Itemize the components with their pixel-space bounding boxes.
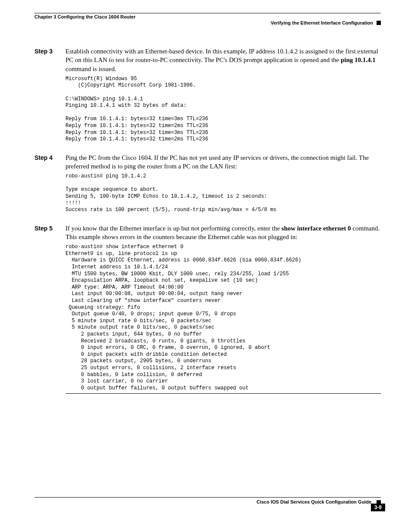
step-body: Ping the PC from the Cisco 1604. If the …	[65, 153, 381, 221]
code-bold: load 1/255	[258, 271, 289, 277]
code-text: MTU 1500 bytes, BW 10000 Kbit, DLY 1000 …	[65, 271, 258, 277]
code-text: , 0 no carrier	[125, 378, 168, 384]
code-bold: ping 10.1.4.2	[106, 173, 146, 179]
code-text: robo-austin#	[65, 173, 106, 179]
step-label: Step 4	[34, 154, 65, 161]
code-line: 5 minute output rate 0 bits/sec, 0 packe…	[65, 324, 215, 330]
code-line: ARP type: ARPA, ARP Timeout 04:00:00	[65, 284, 184, 290]
code-line: 0 input packets with dribble condition d…	[65, 352, 227, 358]
page-footer: Cisco IOS Dial Services Quick Configurat…	[34, 497, 381, 504]
code-line: 3 lost carrier, 0 no carrier	[65, 378, 168, 384]
step-body: Establish connectivity with an Ethernet-…	[65, 47, 381, 151]
bold-command: ping 10.1.4.1	[341, 56, 376, 63]
page: Chapter 3 Configuring the Cisco 1604 Rou…	[0, 0, 411, 517]
code-line: Output queue 0/40, 0 drops; input queue …	[65, 311, 236, 317]
code-line: Last input 00:00:08, output 00:00:04, ou…	[65, 291, 242, 297]
step-4-code: robo-austin# ping 10.1.4.2 Type escape s…	[65, 173, 381, 214]
code-line: Encapsulation ARPA, loopback not set, ke…	[65, 277, 258, 283]
text: Establish connectivity with an Ethernet-…	[65, 48, 378, 63]
code-line: Last clearing of "show interface" counte…	[65, 298, 221, 304]
code-line: 25 output errors, 0 collisions, 2 interf…	[65, 365, 236, 371]
code-line: C:\WINDOWS> ping 10.1.4.1	[65, 96, 143, 102]
code-bold: 25 output errors,	[81, 365, 134, 371]
code-line: Type escape sequence to abort.	[65, 187, 159, 193]
code-line: MTU 1500 bytes, BW 10000 Kbit, DLY 1000 …	[65, 271, 289, 277]
code-line: Reply from 10.1.4.1: bytes=32 time=3ms T…	[65, 130, 208, 136]
code-line: robo-austin# ping 10.1.4.2	[65, 173, 146, 179]
code-line: Reply from 10.1.4.1: bytes=32 time=2ms T…	[65, 136, 208, 142]
code-text: 0 collisions, 2 interface resets	[134, 365, 236, 371]
code-line: Ethernet0 is up, line protocol is up	[65, 251, 177, 257]
step-label: Step 5	[34, 225, 65, 232]
code-bold: ping 10.1.4.1	[103, 96, 143, 102]
section-end-rule	[65, 393, 381, 394]
step-3-code: Microsoft(R) Windows 95 (C)Copyright Mic…	[65, 76, 381, 143]
step-3-paragraph: Establish connectivity with an Ethernet-…	[65, 47, 381, 73]
code-line: (C)Copyright Microsoft Corp 1981-1996.	[65, 82, 196, 88]
code-line: 0 input errors, 0 CRC, 0 frame, 0 overru…	[65, 345, 270, 351]
code-text: C:\WINDOWS>	[65, 96, 103, 102]
code-line: Queueing strategy: fifo	[65, 305, 140, 311]
step-3: Step 3 Establish connectivity with an Et…	[34, 47, 381, 151]
code-line: 28 packets output, 2905 bytes, 0 underru…	[65, 358, 211, 364]
step-5-paragraph: If you know that the Ethernet interface …	[65, 224, 381, 242]
footer-guide-title: Cisco IOS Dial Services Quick Configurat…	[256, 499, 371, 504]
code-line: Hardware is QUICC Ethernet, address is 0…	[65, 257, 301, 263]
code-text	[65, 378, 81, 384]
code-line: Sending 5, 100-byte ICMP Echos to 10.1.4…	[65, 193, 267, 199]
code-line: !!!!!	[65, 200, 81, 206]
step-body: If you know that the Ethernet interface …	[65, 224, 381, 394]
code-line: Success rate is 100 percent (5/5), round…	[65, 207, 277, 213]
page-header: Chapter 3 Configuring the Cisco 1604 Rou…	[34, 13, 381, 25]
step-5-code: robo-austin# show interface ethernet 0 E…	[65, 244, 381, 392]
code-text	[65, 365, 81, 371]
code-line: robo-austin# show interface ethernet 0	[65, 244, 184, 250]
text: If you know that the Ethernet interface …	[65, 225, 281, 232]
code-line: Reply from 10.1.4.1: bytes=32 time=2ms T…	[65, 123, 208, 129]
code-text: robo-austin#	[65, 244, 106, 250]
step-4-paragraph: Ping the PC from the Cisco 1604. If the …	[65, 153, 381, 171]
page-number: 3-9	[371, 504, 385, 511]
code-line: 0 babbles, 0 late collision, 0 deferred	[65, 372, 202, 378]
code-line: 2 packets input, 644 bytes, 0 no buffer	[65, 331, 202, 337]
code-line: Microsoft(R) Windows 95	[65, 76, 137, 82]
step-label: Step 3	[34, 48, 65, 55]
text: command is issued.	[65, 65, 116, 72]
code-line: Received 2 broadcasts, 0 runts, 0 giants…	[65, 338, 246, 344]
step-5: Step 5 If you know that the Ethernet int…	[34, 224, 381, 394]
section-title: Verifying the Ethernet Interface Configu…	[271, 20, 373, 25]
bold-command: show interface ethernet 0	[281, 225, 351, 232]
section-row: Verifying the Ethernet Interface Configu…	[34, 20, 381, 25]
code-line: Reply from 10.1.4.1: bytes=32 time=3ms T…	[65, 116, 208, 122]
code-line: Internet address is 10.1.4.1/24	[65, 264, 168, 270]
code-line: 0 output buffer failures, 0 output buffe…	[65, 385, 249, 391]
code-bold: show interface ethernet 0	[106, 244, 184, 250]
header-marker-icon	[377, 21, 381, 25]
code-bold: 3 lost carrier	[81, 378, 125, 384]
step-4: Step 4 Ping the PC from the Cisco 1604. …	[34, 153, 381, 221]
code-line: Pinging 10.1.4.1 with 32 bytes of data:	[65, 103, 187, 109]
code-line: 5 minute input rate 0 bits/sec, 0 packet…	[65, 318, 211, 324]
chapter-label: Chapter 3 Configuring the Cisco 1604 Rou…	[34, 14, 381, 19]
